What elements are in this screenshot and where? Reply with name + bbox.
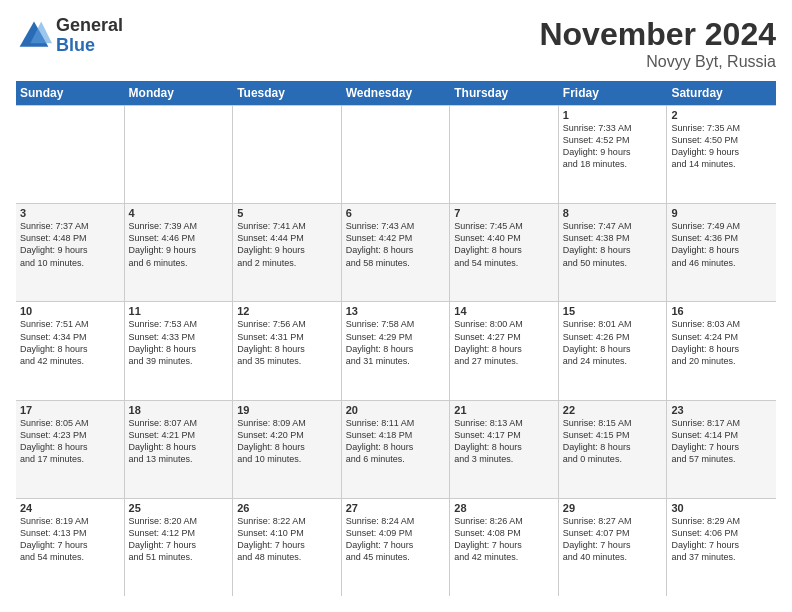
day-number: 18	[129, 404, 229, 416]
calendar-cell-r1-c2: 5Sunrise: 7:41 AM Sunset: 4:44 PM Daylig…	[233, 204, 342, 301]
calendar-cell-r0-c1	[125, 106, 234, 203]
calendar-cell-r3-c0: 17Sunrise: 8:05 AM Sunset: 4:23 PM Dayli…	[16, 401, 125, 498]
calendar-cell-r3-c5: 22Sunrise: 8:15 AM Sunset: 4:15 PM Dayli…	[559, 401, 668, 498]
logo-blue-text: Blue	[56, 36, 123, 56]
day-number: 5	[237, 207, 337, 219]
day-info: Sunrise: 8:24 AM Sunset: 4:09 PM Dayligh…	[346, 515, 446, 564]
day-info: Sunrise: 7:49 AM Sunset: 4:36 PM Dayligh…	[671, 220, 772, 269]
calendar-cell-r4-c5: 29Sunrise: 8:27 AM Sunset: 4:07 PM Dayli…	[559, 499, 668, 596]
calendar-cell-r1-c3: 6Sunrise: 7:43 AM Sunset: 4:42 PM Daylig…	[342, 204, 451, 301]
day-info: Sunrise: 8:22 AM Sunset: 4:10 PM Dayligh…	[237, 515, 337, 564]
day-info: Sunrise: 8:07 AM Sunset: 4:21 PM Dayligh…	[129, 417, 229, 466]
calendar-cell-r0-c5: 1Sunrise: 7:33 AM Sunset: 4:52 PM Daylig…	[559, 106, 668, 203]
calendar-cell-r1-c4: 7Sunrise: 7:45 AM Sunset: 4:40 PM Daylig…	[450, 204, 559, 301]
day-info: Sunrise: 7:53 AM Sunset: 4:33 PM Dayligh…	[129, 318, 229, 367]
day-number: 10	[20, 305, 120, 317]
calendar-cell-r2-c6: 16Sunrise: 8:03 AM Sunset: 4:24 PM Dayli…	[667, 302, 776, 399]
day-number: 27	[346, 502, 446, 514]
calendar-cell-r2-c3: 13Sunrise: 7:58 AM Sunset: 4:29 PM Dayli…	[342, 302, 451, 399]
calendar-cell-r3-c4: 21Sunrise: 8:13 AM Sunset: 4:17 PM Dayli…	[450, 401, 559, 498]
calendar-cell-r2-c5: 15Sunrise: 8:01 AM Sunset: 4:26 PM Dayli…	[559, 302, 668, 399]
day-number: 22	[563, 404, 663, 416]
day-number: 19	[237, 404, 337, 416]
day-info: Sunrise: 7:37 AM Sunset: 4:48 PM Dayligh…	[20, 220, 120, 269]
calendar-cell-r2-c4: 14Sunrise: 8:00 AM Sunset: 4:27 PM Dayli…	[450, 302, 559, 399]
calendar-row-4: 24Sunrise: 8:19 AM Sunset: 4:13 PM Dayli…	[16, 498, 776, 596]
calendar-row-3: 17Sunrise: 8:05 AM Sunset: 4:23 PM Dayli…	[16, 400, 776, 498]
day-info: Sunrise: 7:58 AM Sunset: 4:29 PM Dayligh…	[346, 318, 446, 367]
day-number: 4	[129, 207, 229, 219]
day-number: 8	[563, 207, 663, 219]
title-block: November 2024 Novyy Byt, Russia	[539, 16, 776, 71]
day-number: 9	[671, 207, 772, 219]
day-info: Sunrise: 8:20 AM Sunset: 4:12 PM Dayligh…	[129, 515, 229, 564]
day-number: 7	[454, 207, 554, 219]
logo-text: General Blue	[56, 16, 123, 56]
day-number: 3	[20, 207, 120, 219]
day-info: Sunrise: 8:01 AM Sunset: 4:26 PM Dayligh…	[563, 318, 663, 367]
day-info: Sunrise: 8:27 AM Sunset: 4:07 PM Dayligh…	[563, 515, 663, 564]
day-number: 20	[346, 404, 446, 416]
weekday-header-monday: Monday	[125, 81, 234, 105]
calendar-cell-r0-c2	[233, 106, 342, 203]
day-number: 21	[454, 404, 554, 416]
day-info: Sunrise: 7:56 AM Sunset: 4:31 PM Dayligh…	[237, 318, 337, 367]
location: Novyy Byt, Russia	[539, 53, 776, 71]
day-number: 6	[346, 207, 446, 219]
day-info: Sunrise: 8:00 AM Sunset: 4:27 PM Dayligh…	[454, 318, 554, 367]
day-number: 26	[237, 502, 337, 514]
day-info: Sunrise: 7:47 AM Sunset: 4:38 PM Dayligh…	[563, 220, 663, 269]
calendar: SundayMondayTuesdayWednesdayThursdayFrid…	[16, 81, 776, 596]
logo-icon	[16, 18, 52, 54]
day-info: Sunrise: 7:41 AM Sunset: 4:44 PM Dayligh…	[237, 220, 337, 269]
day-info: Sunrise: 8:17 AM Sunset: 4:14 PM Dayligh…	[671, 417, 772, 466]
calendar-cell-r3-c1: 18Sunrise: 8:07 AM Sunset: 4:21 PM Dayli…	[125, 401, 234, 498]
calendar-cell-r3-c6: 23Sunrise: 8:17 AM Sunset: 4:14 PM Dayli…	[667, 401, 776, 498]
day-number: 11	[129, 305, 229, 317]
day-info: Sunrise: 7:43 AM Sunset: 4:42 PM Dayligh…	[346, 220, 446, 269]
calendar-cell-r0-c3	[342, 106, 451, 203]
weekday-header-friday: Friday	[559, 81, 668, 105]
day-info: Sunrise: 7:51 AM Sunset: 4:34 PM Dayligh…	[20, 318, 120, 367]
month-title: November 2024	[539, 16, 776, 53]
calendar-cell-r0-c4	[450, 106, 559, 203]
day-number: 25	[129, 502, 229, 514]
calendar-cell-r1-c1: 4Sunrise: 7:39 AM Sunset: 4:46 PM Daylig…	[125, 204, 234, 301]
day-number: 13	[346, 305, 446, 317]
day-number: 17	[20, 404, 120, 416]
weekday-header-sunday: Sunday	[16, 81, 125, 105]
day-number: 28	[454, 502, 554, 514]
calendar-header: SundayMondayTuesdayWednesdayThursdayFrid…	[16, 81, 776, 105]
weekday-header-saturday: Saturday	[667, 81, 776, 105]
calendar-cell-r3-c2: 19Sunrise: 8:09 AM Sunset: 4:20 PM Dayli…	[233, 401, 342, 498]
calendar-cell-r4-c1: 25Sunrise: 8:20 AM Sunset: 4:12 PM Dayli…	[125, 499, 234, 596]
day-number: 24	[20, 502, 120, 514]
logo-general-text: General	[56, 16, 123, 36]
calendar-cell-r2-c1: 11Sunrise: 7:53 AM Sunset: 4:33 PM Dayli…	[125, 302, 234, 399]
day-number: 12	[237, 305, 337, 317]
day-info: Sunrise: 8:09 AM Sunset: 4:20 PM Dayligh…	[237, 417, 337, 466]
calendar-cell-r1-c5: 8Sunrise: 7:47 AM Sunset: 4:38 PM Daylig…	[559, 204, 668, 301]
day-info: Sunrise: 7:33 AM Sunset: 4:52 PM Dayligh…	[563, 122, 663, 171]
calendar-cell-r4-c3: 27Sunrise: 8:24 AM Sunset: 4:09 PM Dayli…	[342, 499, 451, 596]
day-info: Sunrise: 8:29 AM Sunset: 4:06 PM Dayligh…	[671, 515, 772, 564]
calendar-cell-r1-c6: 9Sunrise: 7:49 AM Sunset: 4:36 PM Daylig…	[667, 204, 776, 301]
calendar-cell-r2-c0: 10Sunrise: 7:51 AM Sunset: 4:34 PM Dayli…	[16, 302, 125, 399]
calendar-row-0: 1Sunrise: 7:33 AM Sunset: 4:52 PM Daylig…	[16, 105, 776, 203]
calendar-row-1: 3Sunrise: 7:37 AM Sunset: 4:48 PM Daylig…	[16, 203, 776, 301]
page: General Blue November 2024 Novyy Byt, Ru…	[0, 0, 792, 612]
calendar-cell-r0-c0	[16, 106, 125, 203]
calendar-cell-r4-c2: 26Sunrise: 8:22 AM Sunset: 4:10 PM Dayli…	[233, 499, 342, 596]
calendar-body: 1Sunrise: 7:33 AM Sunset: 4:52 PM Daylig…	[16, 105, 776, 596]
day-number: 15	[563, 305, 663, 317]
day-info: Sunrise: 8:13 AM Sunset: 4:17 PM Dayligh…	[454, 417, 554, 466]
day-info: Sunrise: 7:39 AM Sunset: 4:46 PM Dayligh…	[129, 220, 229, 269]
header: General Blue November 2024 Novyy Byt, Ru…	[16, 16, 776, 71]
weekday-header-thursday: Thursday	[450, 81, 559, 105]
day-info: Sunrise: 8:15 AM Sunset: 4:15 PM Dayligh…	[563, 417, 663, 466]
calendar-cell-r1-c0: 3Sunrise: 7:37 AM Sunset: 4:48 PM Daylig…	[16, 204, 125, 301]
day-number: 23	[671, 404, 772, 416]
day-info: Sunrise: 8:26 AM Sunset: 4:08 PM Dayligh…	[454, 515, 554, 564]
day-info: Sunrise: 8:11 AM Sunset: 4:18 PM Dayligh…	[346, 417, 446, 466]
day-number: 16	[671, 305, 772, 317]
